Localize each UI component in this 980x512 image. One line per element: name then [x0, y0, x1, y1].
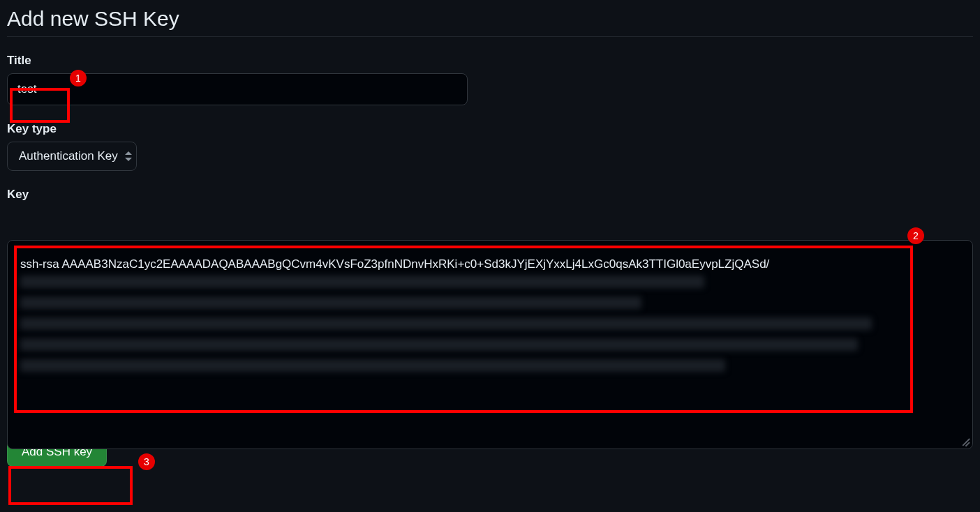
key-textarea[interactable]: ssh-rsa AAAAB3NzaC1yc2EAAAADAQABAAABgQCv…	[7, 240, 973, 449]
resize-handle-icon[interactable]	[960, 436, 970, 446]
key-label: Key	[7, 188, 973, 202]
title-label: Title	[7, 54, 973, 68]
blurred-key-line	[20, 276, 704, 288]
blurred-key-line	[20, 296, 641, 309]
key-type-select[interactable]: Authentication Key	[7, 142, 137, 171]
key-type-selected: Authentication Key	[19, 149, 118, 163]
blurred-key-line	[20, 359, 725, 372]
title-group: Title	[7, 54, 973, 105]
page-heading: Add new SSH Key	[7, 7, 973, 37]
annotation-badge-3: 3	[138, 453, 155, 470]
blurred-key-line	[20, 317, 872, 330]
key-group: Key ssh-rsa AAAAB3NzaC1yc2EAAAADAQABAAAB…	[7, 188, 973, 202]
blurred-key-line	[20, 338, 858, 351]
key-value-text: ssh-rsa AAAAB3NzaC1yc2EAAAADAQABAAABgQCv…	[20, 257, 960, 271]
annotation-box-3	[8, 466, 133, 505]
key-type-group: Key type Authentication Key	[7, 122, 973, 171]
annotation-badge-2: 2	[907, 227, 924, 244]
key-type-label: Key type	[7, 122, 973, 136]
annotation-badge-1: 1	[70, 70, 87, 86]
